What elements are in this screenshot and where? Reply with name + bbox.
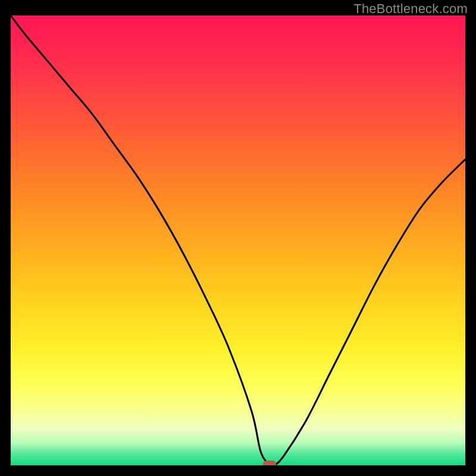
- optimal-point-marker: [263, 461, 276, 465]
- plot-area: [11, 15, 465, 465]
- bottleneck-curve: [11, 15, 465, 465]
- chart-frame: TheBottleneck.com: [0, 0, 476, 476]
- watermark-label: TheBottleneck.com: [353, 1, 468, 17]
